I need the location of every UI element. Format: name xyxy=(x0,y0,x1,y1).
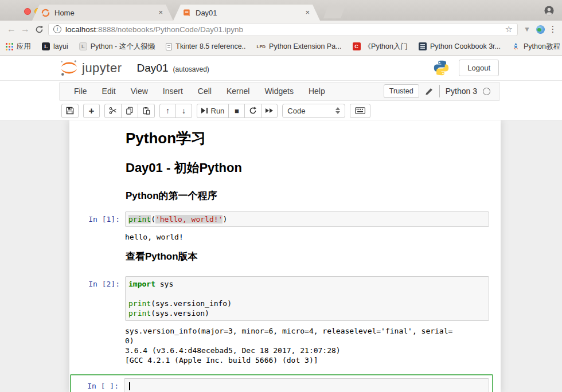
menu-kernel[interactable]: Kernel xyxy=(219,87,257,96)
tab-close-icon[interactable]: × xyxy=(158,8,163,17)
code-input[interactable] xyxy=(124,378,489,392)
bookmark-label: Python Extension Pa... xyxy=(269,42,341,50)
code-input[interactable]: import sys print(sys.version_info) print… xyxy=(125,276,489,321)
jupyter-logo-icon[interactable] xyxy=(60,58,79,77)
extension-v-icon[interactable]: ▼ xyxy=(521,25,533,33)
cell-type-value: Code xyxy=(287,107,305,115)
browser-menu-icon[interactable]: ⋮ xyxy=(548,24,557,34)
profile-icon[interactable] xyxy=(544,6,554,15)
bookmark-python-intro[interactable]: C 《Python入门 xyxy=(353,42,408,52)
command-palette-button[interactable] xyxy=(350,104,370,118)
logout-button[interactable]: Logout xyxy=(459,60,499,76)
copy-icon xyxy=(126,107,134,115)
stop-button[interactable]: ■ xyxy=(228,104,245,118)
bookmark-python-blog[interactable]: L Python - 这个人很懒 xyxy=(79,42,155,52)
kernel-divider xyxy=(439,85,440,97)
bookmark-tkinter[interactable]: Tkinter 8.5 reference.. xyxy=(166,42,245,50)
notebook-title[interactable]: Day01 xyxy=(137,62,169,75)
menu-widgets[interactable]: Widgets xyxy=(257,87,301,96)
input-prompt: In [ ]: xyxy=(71,378,124,392)
copy-button[interactable] xyxy=(121,104,138,118)
bookmark-lfd[interactable]: LFD Python Extension Pa... xyxy=(257,42,342,50)
markdown-cell-title[interactable]: Python学习 Day01 - 初始Python Python的第一个程序 xyxy=(69,130,501,202)
url-path: :8888/notebooks/PythonCode/Day01.ipynb xyxy=(96,25,243,34)
bookmark-label: Python教程 xyxy=(524,42,560,52)
tab-day01[interactable]: Day01 × xyxy=(173,5,320,21)
window-close-button[interactable] xyxy=(24,8,31,15)
run-button[interactable]: Run xyxy=(197,104,229,118)
output-text: sys.version_info(major=3, minor=6, micro… xyxy=(125,326,489,365)
kernel-status-icon xyxy=(483,88,490,95)
bookmark-label: Python - 这个人很懒 xyxy=(91,42,155,52)
save-button[interactable] xyxy=(61,104,79,118)
menubar-row: File Edit View Insert Cell Kernel Widget… xyxy=(0,81,562,101)
output-cell-1: hello, world! xyxy=(69,232,501,242)
jupyter-logo-text[interactable]: jupyter xyxy=(82,61,122,76)
markdown-cell-version[interactable]: 查看Python版本 xyxy=(69,251,501,262)
notebook-area: Python学习 Day01 - 初始Python Python的第一个程序 I… xyxy=(0,120,562,392)
restart-kernel-button[interactable] xyxy=(244,104,262,118)
menu-cell[interactable]: Cell xyxy=(190,87,219,96)
bookmark-label: layui xyxy=(53,42,68,50)
jupyter-header: jupyter Day01 (autosaved) Logout xyxy=(0,56,562,81)
tab-close-icon[interactable]: × xyxy=(305,8,310,17)
move-cell-up-button[interactable]: ↑ xyxy=(159,104,176,118)
restart-icon xyxy=(249,107,257,115)
output-prompt xyxy=(69,326,125,365)
globe-extension-icon[interactable] xyxy=(536,25,545,34)
tab-home[interactable]: Home × xyxy=(32,5,173,21)
url-text: localhost:8888/notebooks/PythonCode/Day0… xyxy=(65,25,243,34)
c-site-icon: C xyxy=(353,42,361,50)
run-label: Run xyxy=(211,107,225,115)
menu-view[interactable]: View xyxy=(123,87,155,96)
notebook-container: Python学习 Day01 - 初始Python Python的第一个程序 I… xyxy=(69,120,501,392)
menubar: File Edit View Insert Cell Kernel Widget… xyxy=(59,82,500,101)
new-tab-button[interactable] xyxy=(323,6,345,18)
bookmark-python-tutorial[interactable]: Python教程 xyxy=(512,42,560,52)
menu-file[interactable]: File xyxy=(67,87,95,96)
back-button[interactable]: ← xyxy=(5,24,18,34)
menu-insert[interactable]: Insert xyxy=(155,87,190,96)
paste-icon xyxy=(142,107,150,115)
step-forward-icon xyxy=(201,108,208,113)
forward-button[interactable]: → xyxy=(18,24,32,34)
cut-button[interactable] xyxy=(104,104,122,118)
code-cell-2[interactable]: In [2]: import sys print(sys.version_inf… xyxy=(69,276,501,321)
bookmark-label: Tkinter 8.5 reference.. xyxy=(175,42,245,50)
bookmark-layui[interactable]: L layui xyxy=(42,42,68,50)
jupyter-toolbar: + ↑ xyxy=(0,101,562,120)
browser-titlebar: Home × Day01 × xyxy=(0,0,562,21)
lfd-icon: LFD xyxy=(257,44,266,49)
tab-label: Home xyxy=(54,9,75,17)
python-logo-icon xyxy=(433,60,450,76)
input-prompt: In [1]: xyxy=(69,211,125,227)
screen: Home × Day01 × ← → i xyxy=(0,0,562,392)
code-cell-1[interactable]: In [1]: print('hello, world!') xyxy=(69,211,501,227)
browser-navbar: ← → i localhost:8888/notebooks/PythonCod… xyxy=(0,21,562,38)
url-field[interactable]: i localhost:8888/notebooks/PythonCode/Da… xyxy=(48,23,518,36)
rocket-icon xyxy=(512,42,520,51)
letter-l-icon: L xyxy=(79,42,87,50)
heading-h3-version: 查看Python版本 xyxy=(126,251,488,262)
bookmark-star-icon[interactable]: ☆ xyxy=(505,24,513,34)
output-cell-2: sys.version_info(major=3, minor=6, micro… xyxy=(69,326,501,365)
code-input[interactable]: print('hello, world!') xyxy=(125,211,489,227)
move-cell-down-button[interactable]: ↓ xyxy=(175,104,192,118)
restart-run-all-button[interactable] xyxy=(261,104,278,118)
bookmark-cookbook[interactable]: Python Cookbook 3r... xyxy=(419,42,501,50)
selected-code-cell[interactable]: In [ ]: xyxy=(70,374,493,392)
menu-help[interactable]: Help xyxy=(301,87,333,96)
reload-icon xyxy=(35,25,44,34)
bookmark-apps[interactable]: 应用 xyxy=(6,42,31,52)
heading-h1: Python学习 xyxy=(126,130,488,147)
info-icon[interactable]: i xyxy=(53,25,61,33)
autosave-status: (autosaved) xyxy=(173,65,209,73)
reload-button[interactable] xyxy=(32,25,46,34)
trusted-badge[interactable]: Trusted xyxy=(384,84,419,98)
add-cell-button[interactable]: + xyxy=(83,104,100,118)
paste-button[interactable] xyxy=(138,104,155,118)
apps-grid-icon xyxy=(6,43,13,50)
cell-type-select[interactable]: Code xyxy=(282,104,345,118)
edit-title-pencil-icon[interactable] xyxy=(425,87,434,96)
menu-edit[interactable]: Edit xyxy=(95,87,123,96)
